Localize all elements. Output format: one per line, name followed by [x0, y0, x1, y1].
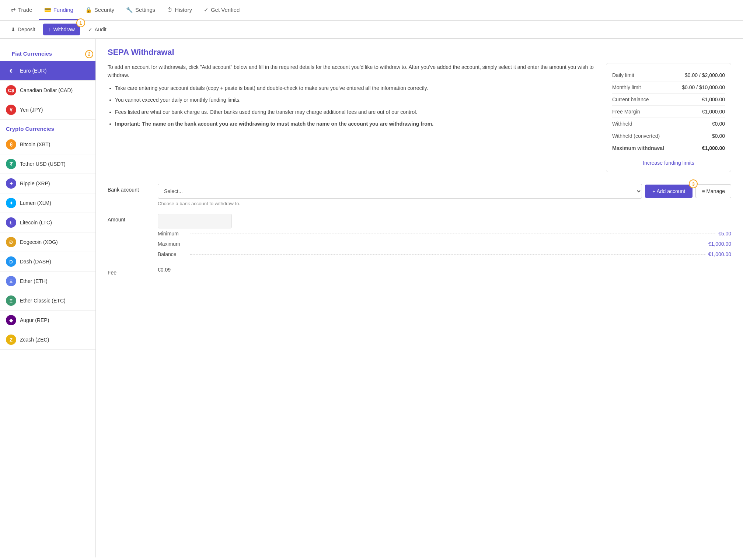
sidebar-item-dash[interactable]: D Dash (DASH): [0, 252, 95, 272]
sidebar-item-rep[interactable]: ◆ Augur (REP): [0, 311, 95, 330]
manage-button[interactable]: ≡ Manage: [695, 184, 731, 198]
clock-icon: ⏱: [167, 7, 172, 13]
subnav-withdraw-wrapper: ↑ Withdraw 1: [43, 24, 80, 35]
download-icon: ⬇: [11, 27, 15, 32]
crypto-title: Crypto Currencies: [0, 123, 95, 135]
sub-nav: ⬇ Deposit ↑ Withdraw 1 ✓ Audit: [0, 21, 743, 39]
nav-security[interactable]: 🔒 Security: [80, 1, 119, 20]
info-row-6: Maximum withdrawal€1,000.00: [612, 142, 725, 154]
subnav-withdraw[interactable]: ↑ Withdraw: [43, 24, 80, 35]
sidebar-item-jpy[interactable]: ¥ Yen (JPY): [0, 100, 95, 120]
xrp-icon: ✦: [6, 178, 16, 189]
ltc-label: Litecoin (LTC): [20, 220, 52, 225]
subnav-deposit[interactable]: ⬇ Deposit: [6, 24, 40, 35]
balance-dotted-line: [190, 254, 705, 255]
info-label-2: Current balance: [612, 97, 649, 102]
max-label: Maximum: [158, 241, 187, 247]
fee-value-group: €0.09: [158, 267, 731, 273]
sidebar-item-xrp[interactable]: ✦ Ripple (XRP): [0, 174, 95, 193]
nav-get-verified[interactable]: ✓ Get Verified: [199, 1, 245, 20]
info-value-5: $0.00: [712, 133, 725, 139]
nav-get-verified-label: Get Verified: [211, 7, 240, 13]
sidebar-item-eur[interactable]: € Euro (EUR): [0, 61, 95, 81]
min-dotted-line: [190, 234, 715, 234]
xdg-label: Dogecoin (XDG): [20, 239, 58, 245]
dash-label: Dash (DASH): [20, 259, 51, 265]
checkmark-icon: ✓: [204, 7, 209, 13]
lock-icon: 🔒: [85, 7, 92, 13]
bank-account-input-row: Select... + Add account 3 ≡ Manage: [158, 184, 731, 199]
nav-history[interactable]: ⏱ History: [162, 1, 197, 20]
sidebar-item-xbt[interactable]: ₿ Bitcoin (XBT): [0, 135, 95, 154]
info-box: Daily limit$0.00 / $2,000.00Monthly limi…: [606, 63, 731, 172]
jpy-label: Yen (JPY): [20, 107, 43, 113]
fee-row: Fee €0.09: [108, 267, 731, 276]
sidebar-item-eth[interactable]: Ξ Ether (ETH): [0, 272, 95, 291]
fiat-section: Fiat Currencies 2 € Euro (EUR) C$ Canadi…: [0, 45, 95, 120]
rep-label: Augur (REP): [20, 317, 49, 323]
add-account-button[interactable]: + Add account: [645, 185, 693, 198]
info-rows: Daily limit$0.00 / $2,000.00Monthly limi…: [612, 69, 725, 154]
amount-controls: Minimum €5.00 Maximum €1,000.00 Balance …: [158, 214, 731, 259]
main-layout: Fiat Currencies 2 € Euro (EUR) C$ Canadi…: [0, 39, 743, 557]
subnav-audit[interactable]: ✓ Audit: [83, 24, 112, 35]
jpy-icon: ¥: [6, 105, 16, 115]
page-title: SEPA Withdrawal: [108, 48, 731, 57]
crypto-section: Crypto Currencies ₿ Bitcoin (XBT) ₮ Teth…: [0, 123, 95, 350]
eth-icon: Ξ: [6, 276, 16, 286]
bank-account-row: Bank account Select... + Add account 3 ≡…: [108, 184, 731, 206]
nav-trade[interactable]: ⇄ Trade: [6, 1, 38, 20]
funding-icon: 💳: [44, 7, 51, 13]
balance-row: Balance €1,000.00: [158, 249, 731, 259]
max-dotted-line: [190, 244, 705, 244]
fee-value: €0.09: [158, 267, 171, 273]
nav-settings-label: Settings: [135, 7, 155, 13]
nav-funding[interactable]: 💳 Funding: [39, 1, 79, 20]
sidebar-item-etc[interactable]: Ξ Ether Classic (ETC): [0, 291, 95, 311]
nav-settings[interactable]: 🔧 Settings: [121, 1, 160, 20]
nav-funding-label: Funding: [53, 7, 73, 13]
sidebar-item-cad[interactable]: C$ Canadian Dollar (CAD): [0, 81, 95, 100]
sidebar-item-usdt[interactable]: ₮ Tether USD (USDT): [0, 154, 95, 174]
info-value-4: €0.00: [712, 121, 725, 127]
nav-security-label: Security: [94, 7, 114, 13]
amount-input[interactable]: [158, 214, 232, 228]
important-text: Important: The name on the bank account …: [115, 121, 433, 127]
rep-icon: ◆: [6, 315, 16, 325]
info-label-4: Withheld: [612, 121, 632, 127]
sidebar-item-xlm[interactable]: ✦ Lumen (XLM): [0, 193, 95, 213]
trade-icon: ⇄: [11, 7, 16, 13]
info-row-1: Monthly limit$0.00 / $10,000.00: [612, 81, 725, 94]
eur-label: Euro (EUR): [20, 68, 46, 74]
sepa-bullets: Take care entering your account details …: [108, 84, 594, 128]
xlm-icon: ✦: [6, 198, 16, 208]
info-row-5: Withheld (converted)$0.00: [612, 130, 725, 142]
fiat-title: Fiat Currencies: [6, 48, 58, 60]
etc-icon: Ξ: [6, 295, 16, 306]
ltc-icon: Ł: [6, 217, 16, 228]
upload-icon: ↑: [48, 27, 51, 32]
zec-label: Zcash (ZEC): [20, 337, 49, 343]
cad-label: Canadian Dollar (CAD): [20, 87, 73, 93]
dash-icon: D: [6, 256, 16, 267]
sidebar-item-ltc[interactable]: Ł Litecoin (LTC): [0, 213, 95, 232]
balance-value: €1,000.00: [708, 251, 731, 257]
sidebar-item-xdg[interactable]: Ð Dogecoin (XDG): [0, 232, 95, 252]
info-label-5: Withheld (converted): [612, 133, 660, 139]
usdt-icon: ₮: [6, 159, 16, 169]
bank-account-label: Bank account: [108, 184, 152, 193]
audit-check-icon: ✓: [88, 27, 93, 32]
bank-account-select[interactable]: Select...: [158, 184, 642, 199]
badge-1: 1: [76, 18, 85, 27]
info-label-3: Free Margin: [612, 109, 640, 115]
info-value-2: €1,000.00: [702, 97, 725, 102]
amount-row: Amount Minimum €5.00 Maximum €1,000.00: [108, 214, 731, 259]
min-label: Minimum: [158, 231, 187, 237]
xbt-label: Bitcoin (XBT): [20, 141, 50, 147]
main-content: SEPA Withdrawal To add an account for wi…: [96, 39, 743, 557]
increase-link[interactable]: Increase funding limits: [612, 160, 725, 166]
sidebar-item-zec[interactable]: Z Zcash (ZEC): [0, 330, 95, 350]
nav-trade-label: Trade: [18, 7, 32, 13]
form-area: Bank account Select... + Add account 3 ≡…: [108, 184, 731, 276]
etc-label: Ether Classic (ETC): [20, 298, 66, 304]
